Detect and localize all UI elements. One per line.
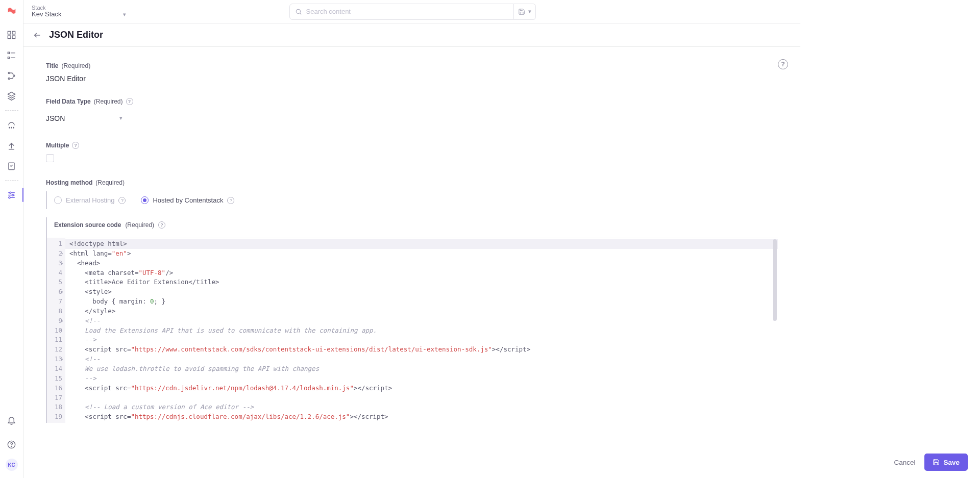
footer-actions: Cancel Save xyxy=(23,446,980,478)
help-icon[interactable]: ? xyxy=(118,197,126,204)
form-content: ? Title (Required) JSON Editor Field Dat… xyxy=(23,47,800,478)
radio-icon xyxy=(141,196,149,204)
cancel-button[interactable]: Cancel xyxy=(894,459,915,466)
field-label: Multiple xyxy=(46,142,69,149)
radio-icon xyxy=(54,196,62,204)
help-icon[interactable]: ? xyxy=(227,197,234,204)
field-label: Field Data Type xyxy=(46,98,91,105)
stack-selector[interactable]: Stack Kev Stack ▾ xyxy=(32,5,126,19)
stack-name: Kev Stack xyxy=(32,11,62,18)
svg-point-16 xyxy=(10,192,11,193)
chevron-down-icon: ▾ xyxy=(119,115,122,121)
svg-rect-6 xyxy=(8,57,9,58)
save-label: Save xyxy=(943,459,960,466)
radio-external-hosting[interactable]: External Hosting ? xyxy=(54,196,126,204)
left-sidebar: KC xyxy=(0,0,23,478)
svg-point-11 xyxy=(9,127,10,128)
help-icon[interactable]: ? xyxy=(72,142,79,149)
radio-hosted-contentstack[interactable]: Hosted by Contentstack ? xyxy=(141,196,234,204)
svg-rect-4 xyxy=(8,52,9,54)
nav-releases-icon[interactable] xyxy=(0,135,23,156)
svg-point-8 xyxy=(8,72,10,73)
page-help-icon[interactable]: ? xyxy=(778,59,788,69)
editor-code[interactable]: <!doctype html><html lang="en"> <head> <… xyxy=(65,238,778,423)
svg-line-24 xyxy=(300,13,301,14)
required-badge: (Required) xyxy=(61,62,90,69)
svg-point-9 xyxy=(8,78,10,79)
search-input[interactable] xyxy=(306,8,508,15)
svg-point-10 xyxy=(13,74,15,76)
field-hosting: Hosting method (Required) External Hosti… xyxy=(46,179,778,423)
svg-point-23 xyxy=(296,9,300,13)
chevron-down-icon: ▾ xyxy=(528,8,531,15)
nav-content-models-icon[interactable] xyxy=(0,65,23,86)
nav-notifications-icon[interactable] xyxy=(0,410,23,430)
svg-point-18 xyxy=(12,194,13,195)
svg-point-13 xyxy=(13,127,14,128)
radio-label: Hosted by Contentstack xyxy=(153,196,223,204)
save-search-icon xyxy=(518,8,525,15)
nav-help-icon[interactable] xyxy=(0,434,23,455)
search-box[interactable] xyxy=(289,4,514,20)
svg-rect-3 xyxy=(12,36,15,39)
save-icon xyxy=(933,459,940,466)
field-label: Hosting method xyxy=(46,179,92,186)
nav-entries-icon[interactable] xyxy=(0,45,23,65)
svg-rect-1 xyxy=(12,31,15,34)
nav-tasks-icon[interactable] xyxy=(0,156,23,176)
editor-scrollbar[interactable] xyxy=(773,239,777,321)
sidebar-separator xyxy=(5,110,18,111)
top-bar: Stack Kev Stack ▾ ▾ xyxy=(23,0,800,23)
page-header: JSON Editor xyxy=(23,23,800,47)
search-actions[interactable]: ▾ xyxy=(514,4,536,20)
code-editor[interactable]: 12▾3▾456▾789▾10111213▾141516171819 <!doc… xyxy=(47,238,778,423)
editor-gutter: 12▾3▾456▾789▾10111213▾141516171819 xyxy=(47,238,65,423)
search-icon xyxy=(295,8,302,15)
svg-rect-2 xyxy=(8,36,11,39)
svg-point-22 xyxy=(11,446,12,446)
title-input[interactable]: JSON Editor xyxy=(46,74,464,83)
field-data-type: Field Data Type (Required) ? JSON ▾ xyxy=(46,98,464,127)
required-badge: (Required) xyxy=(95,179,125,186)
svg-rect-0 xyxy=(8,31,11,34)
nav-settings-icon[interactable] xyxy=(0,185,23,205)
user-avatar[interactable]: KC xyxy=(6,459,18,471)
help-icon[interactable]: ? xyxy=(126,98,133,105)
sidebar-separator xyxy=(5,180,18,181)
nav-publish-icon[interactable] xyxy=(0,115,23,135)
required-badge: (Required) xyxy=(125,221,154,229)
data-type-select[interactable]: JSON ▾ xyxy=(46,110,122,127)
save-button[interactable]: Save xyxy=(924,454,968,471)
help-icon[interactable]: ? xyxy=(158,221,165,229)
arrow-left-icon xyxy=(33,31,41,39)
back-button[interactable] xyxy=(33,31,42,40)
field-label: Extension source code xyxy=(54,221,121,229)
select-value: JSON xyxy=(46,114,65,122)
page-title: JSON Editor xyxy=(49,30,103,40)
required-badge: (Required) xyxy=(94,98,123,105)
radio-label: External Hosting xyxy=(66,196,114,204)
field-label: Title xyxy=(46,62,58,69)
field-multiple: Multiple ? xyxy=(46,142,464,164)
multiple-checkbox[interactable] xyxy=(46,154,54,162)
chevron-down-icon: ▾ xyxy=(123,11,126,18)
nav-assets-icon[interactable] xyxy=(0,86,23,106)
field-title: Title (Required) JSON Editor xyxy=(46,62,464,83)
brand-logo xyxy=(6,5,17,16)
svg-point-12 xyxy=(11,127,12,128)
field-source-code: Extension source code (Required) ? 12▾3▾… xyxy=(46,217,778,423)
svg-point-20 xyxy=(9,196,10,198)
nav-dashboard-icon[interactable] xyxy=(0,24,23,45)
